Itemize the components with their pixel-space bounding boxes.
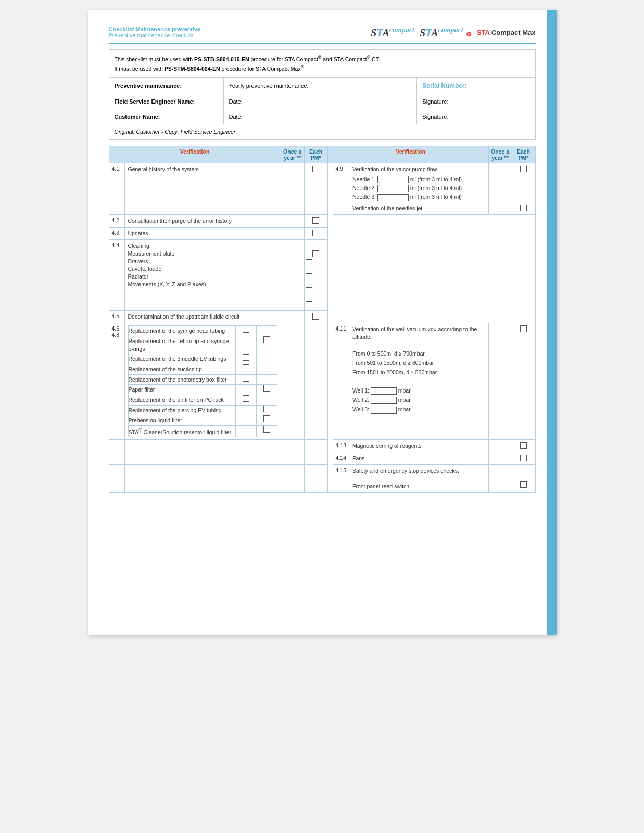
well3-input[interactable] [371,407,397,414]
checkbox-each-4-14[interactable] [512,452,535,465]
signature-label-1: Signature: [417,94,535,109]
checkbox-once-4-1 [281,163,304,215]
engineer-name-label: Field Service Engineer Name: [109,94,223,109]
row-desc-left-blank3 [124,465,281,493]
col-header-verification-left: Verification [109,146,281,163]
checkbox-each-4-2[interactable] [304,215,327,228]
table-row: 4.4 Cleaning: Measurement plate Drawers … [109,240,535,311]
brand-text: STA Compact Max [477,29,536,36]
preventive-maintenance-label: Preventive maintenance: [109,78,223,94]
checkbox-once-4-13 [488,440,512,452]
checkbox-each-4-5[interactable] [304,311,327,323]
row-num-left-blank3 [109,465,124,493]
chk-air-once[interactable] [235,395,256,405]
sub-item-piercing: Replacement of the piercing EV tubing [128,405,235,415]
chk-syringe-once[interactable] [235,326,256,336]
header-right: STAcompact STAcompact ⊕ STA Compact Max [371,26,535,39]
chk-suction-once[interactable] [235,364,256,374]
row-num-left-blank2 [109,452,124,465]
serial-number-label: Serial Number: [417,78,535,94]
row-num-left-blank [109,440,124,452]
table-row: 4.13 Magnetic stirring of reagents [109,440,535,452]
sub-item-prehension: Prehension liquid filter [128,415,235,426]
checkbox-each-blank [304,440,327,452]
checkbox-each-4-4[interactable] [304,240,327,311]
table-row: 4.64.8 Replacement of the syringe head t… [109,323,535,440]
chk-sta-cleaner-each[interactable] [256,426,277,437]
row-desc-4-3: Updates [124,228,281,240]
row-desc-4-11: Verification of the well vacuum «d» acco… [349,323,489,440]
chk-prehension-each[interactable] [256,415,277,426]
row-num-4-13: 4.13 [333,440,349,452]
needle3-input[interactable] [377,194,409,201]
checkbox-once-4-5 [281,311,304,323]
checkbox-once-4-11 [488,323,512,440]
col-divider [327,163,333,493]
checkbox-each-4-3[interactable] [304,228,327,240]
col-header-each-left: Each PM* [304,146,327,163]
col-header-once-right: Once a year ** [488,146,512,163]
checkbox-once-4-2 [281,215,304,228]
checkbox-once-blank2 [281,452,304,465]
row-num-4-6: 4.64.8 [109,323,124,440]
row-desc-4-2: Consultation then purge of the error his… [124,215,281,228]
checkbox-each-4-1[interactable] [304,163,327,215]
logo1: STAcompact [371,26,414,39]
well1-input[interactable] [371,387,397,395]
yearly-label: Yearly preventive maintenance: [223,78,417,94]
page: Checklist Maintenance préventive Prevent… [88,10,557,635]
row-desc-4-9: Verification of the valcor pump flow Nee… [349,163,489,215]
checkbox-once-4-4 [281,240,304,311]
sub-item-suction: Replacement of the suction tip [128,364,235,374]
checklist-subtitle: Preventive maintenance checklist [109,32,201,39]
row-desc-4-5: Decontamination of the upstream fluidic … [124,311,281,323]
signature-label-2: Signature: [417,109,535,124]
checkbox-each-4-11[interactable] [512,323,535,440]
info-line2: It must be used with PS-STM-S804-004-EN … [115,64,530,73]
checkbox-once-blank3 [281,465,304,493]
checkbox-needles-jet[interactable] [520,205,527,211]
checkbox-each-4-6-col [304,323,327,440]
chk-photometry-once[interactable] [235,374,256,385]
checkbox-each-4-9[interactable] [512,163,535,215]
header: Checklist Maintenance préventive Prevent… [109,26,536,44]
sub-item-sta-cleaner: STA® CleanerSolution reservoir liquid fi… [128,426,235,437]
sub-item-syringe: Replacement of the syringe head tubing [128,326,235,336]
sub-item-photometry: Replacement of the photometry box filter [128,374,235,385]
row-num-4-11: 4.11 [333,323,349,440]
well2-input[interactable] [371,397,397,404]
row-desc-left-blank2 [124,452,281,465]
row-desc-4-1: General history of the system [124,163,281,215]
needle2-input[interactable] [377,185,409,192]
chk-needle-ev-once[interactable] [235,354,256,364]
date-label-1: Date: [223,94,417,109]
table-row: 4.5 Decontamination of the upstream flui… [109,311,535,323]
chk-paper-each[interactable] [256,385,277,395]
checkbox-each-blank2 [304,452,327,465]
row-num-4-4: 4.4 [109,240,124,311]
row-num-4-1: 4.1 [109,163,124,215]
sub-item-paper: Paper filter [128,385,235,395]
table-row: 4.1 General history of the system 4.9 Ve… [109,163,535,215]
needle1-input[interactable] [377,176,409,183]
table-row: 4.14 Fans [109,452,535,465]
row-num-4-9: 4.9 [333,163,349,215]
customer-name-label: Customer Name: [109,109,223,124]
main-checklist-table: Verification Once a year ** Each PM* Ver… [109,146,536,493]
row-desc-4-4: Cleaning: Measurement plate Drawers Cuve… [124,240,281,311]
row-desc-4-6: Replacement of the syringe head tubing R… [124,323,281,440]
chk-teflon-each[interactable] [256,336,277,354]
checkbox-once-4-6-col [281,323,304,440]
chk-piercing-each[interactable] [256,405,277,415]
col-spacer [327,146,333,163]
checkbox-each-4-15[interactable] [512,465,535,493]
sub-item-air-filter: Replacement of the air filter on PC rack [128,395,235,405]
sub-item-needle-ev: Replacement of the 3 needle EV tubings [128,354,235,364]
row-num-4-5: 4.5 [109,311,124,323]
table-row: 4.3 Updates [109,228,535,240]
row-num-4-14: 4.14 [333,452,349,465]
checkbox-each-4-13[interactable] [512,440,535,452]
checkbox-each-blank3 [304,465,327,493]
row-desc-4-15: Safety and emergency stop devices checks… [349,465,489,493]
checkbox-once-4-14 [488,452,512,465]
